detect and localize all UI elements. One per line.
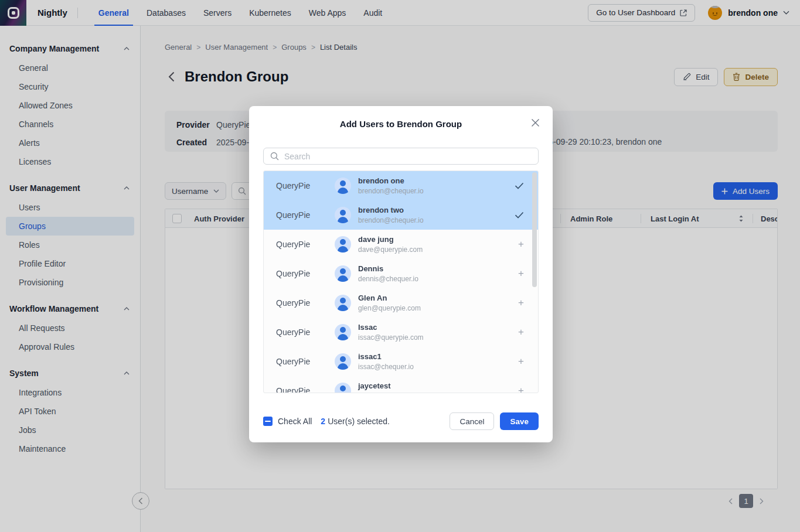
- user-text: brendon twobrendon@chequer.io: [358, 206, 424, 224]
- user-provider: QueryPie: [276, 357, 335, 366]
- avatar-body: [338, 217, 348, 223]
- user-row[interactable]: QueryPiejaycetestjaycetest1@querypie.com…: [264, 376, 538, 393]
- user-avatar-icon: [335, 383, 351, 393]
- avatar-body: [338, 363, 348, 370]
- add-user-icon[interactable]: +: [518, 318, 524, 347]
- add-user-icon[interactable]: +: [518, 376, 524, 393]
- user-row[interactable]: QueryPieIssacissac@querypie.com+: [264, 318, 538, 347]
- selected-count: 2: [321, 417, 325, 426]
- user-list: QueryPiebrendon onebrendon@chequer.ioQue…: [263, 170, 539, 393]
- avatar-body: [338, 187, 348, 194]
- avatar-head: [340, 327, 346, 333]
- user-email: issac@querypie.com: [358, 333, 424, 342]
- user-row[interactable]: QueryPieGlen Anglen@querypie.com+: [264, 288, 538, 318]
- avatar-body: [338, 393, 348, 393]
- add-user-icon[interactable]: +: [518, 259, 524, 288]
- user-name: Glen An: [358, 294, 421, 303]
- avatar-head: [340, 298, 346, 303]
- avatar-body: [338, 305, 348, 311]
- user-name: issac1: [358, 352, 414, 362]
- user-provider: QueryPie: [276, 298, 335, 308]
- user-rows: QueryPiebrendon onebrendon@chequer.ioQue…: [264, 171, 538, 393]
- user-avatar-icon: [335, 265, 351, 282]
- close-button[interactable]: [529, 117, 541, 128]
- user-name: brendon two: [358, 206, 424, 215]
- user-text: dave jungdave@querypie.com: [358, 235, 423, 254]
- user-provider: QueryPie: [276, 240, 335, 249]
- user-avatar-icon: [335, 178, 351, 194]
- user-row[interactable]: QueryPieDennisdennis@chequer.io+: [264, 259, 538, 288]
- user-avatar-icon: [335, 353, 351, 370]
- scrollbar-thumb[interactable]: [532, 172, 537, 287]
- user-name: jaycetest: [358, 381, 439, 391]
- add-user-icon[interactable]: +: [518, 288, 524, 318]
- modal-title: Add Users to Brendon Group: [249, 119, 553, 129]
- user-email: brendon@chequer.io: [358, 187, 424, 195]
- close-icon: [531, 118, 540, 127]
- avatar-head: [340, 210, 346, 216]
- avatar-head: [340, 268, 346, 274]
- avatar-head: [340, 180, 346, 186]
- avatar-body: [338, 275, 348, 282]
- user-email: dennis@chequer.io: [358, 275, 418, 283]
- user-email: dave@querypie.com: [358, 245, 423, 254]
- modal-footer: Check All 2 User(s) selected. Cancel Sav…: [263, 412, 539, 430]
- user-name: Issac: [358, 323, 424, 332]
- check-all-checkbox[interactable]: [263, 417, 273, 426]
- user-name: brendon one: [358, 176, 424, 186]
- user-provider: QueryPie: [276, 386, 335, 393]
- avatar-head: [340, 239, 346, 245]
- check-all-label: Check All: [278, 417, 312, 426]
- avatar-body: [338, 334, 348, 340]
- user-row[interactable]: QueryPieissac1issac@chequer.io+: [264, 347, 538, 376]
- user-text: issac1issac@chequer.io: [358, 352, 414, 371]
- user-avatar-icon: [335, 295, 351, 311]
- add-users-modal: Add Users to Brendon Group QueryPiebrend…: [249, 106, 553, 442]
- avatar-body: [338, 246, 348, 253]
- user-avatar-icon: [335, 207, 351, 223]
- modal-search-input[interactable]: [284, 152, 532, 161]
- check-icon[interactable]: [515, 200, 524, 230]
- avatar-head: [340, 356, 346, 362]
- user-text: Dennisdennis@chequer.io: [358, 264, 418, 283]
- user-avatar-icon: [335, 324, 351, 340]
- user-provider: QueryPie: [276, 269, 335, 278]
- user-email: issac@chequer.io: [358, 363, 414, 371]
- user-avatar-icon: [335, 236, 351, 253]
- user-text: Issacissac@querypie.com: [358, 323, 424, 342]
- user-provider: QueryPie: [276, 328, 335, 337]
- user-text: Glen Anglen@querypie.com: [358, 294, 421, 312]
- user-email: glen@querypie.com: [358, 304, 421, 312]
- search-icon: [270, 152, 279, 161]
- selected-count-suffix: User(s) selected.: [328, 417, 390, 426]
- add-user-icon[interactable]: +: [518, 347, 524, 376]
- user-text: brendon onebrendon@chequer.io: [358, 176, 424, 195]
- user-email: jaycetest1@querypie.com: [358, 392, 439, 393]
- user-provider: QueryPie: [276, 181, 335, 190]
- user-row[interactable]: QueryPiedave jungdave@querypie.com+: [264, 230, 538, 259]
- user-name: dave jung: [358, 235, 423, 244]
- add-user-icon[interactable]: +: [518, 230, 524, 259]
- save-button[interactable]: Save: [500, 412, 539, 430]
- user-name: Dennis: [358, 264, 418, 274]
- modal-search-box: [263, 148, 539, 165]
- avatar-head: [340, 386, 346, 391]
- user-row[interactable]: QueryPiebrendon twobrendon@chequer.io: [264, 200, 538, 230]
- user-text: jaycetestjaycetest1@querypie.com: [358, 381, 439, 393]
- check-icon[interactable]: [515, 171, 524, 200]
- user-provider: QueryPie: [276, 210, 335, 220]
- user-row[interactable]: QueryPiebrendon onebrendon@chequer.io: [264, 171, 538, 200]
- cancel-button[interactable]: Cancel: [450, 412, 494, 430]
- user-email: brendon@chequer.io: [358, 216, 424, 224]
